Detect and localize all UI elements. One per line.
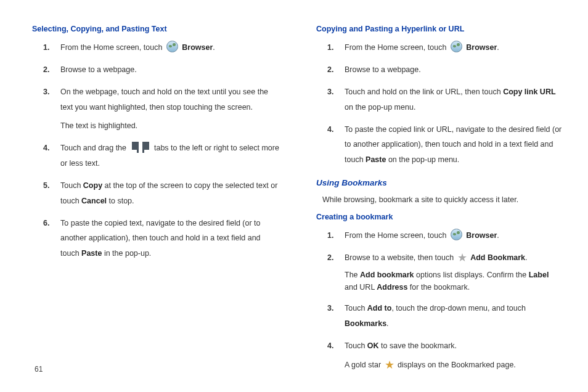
copy-link-label: Copy link URL bbox=[503, 88, 555, 96]
step-6: 6. To paste the copied text, navigate to… bbox=[43, 216, 279, 261]
browser-label: Browser bbox=[466, 231, 497, 240]
ok-label: OK bbox=[367, 341, 379, 350]
text: Browse to a webpage. bbox=[60, 65, 137, 74]
text: From the Home screen, touch bbox=[60, 43, 165, 52]
heading-create-bookmark: Creating a bookmark bbox=[316, 210, 563, 224]
steps-create-bookmark: 1. From the Home screen, touch Browser. … bbox=[327, 228, 563, 372]
step-1: 1. From the Home screen, touch Browser. bbox=[327, 40, 563, 55]
step-5: 5. Touch Copy at the top of the screen t… bbox=[43, 178, 279, 208]
step-2: 2. Browse to a webpage. bbox=[327, 62, 563, 77]
add-bookmark-label: Add Bookmark bbox=[470, 253, 525, 262]
step-4: 4. To paste the copied link or URL, navi… bbox=[327, 122, 563, 167]
steps-selecting: 1. From the Home screen, touch Browser. … bbox=[43, 40, 279, 261]
paste-label: Paste bbox=[81, 249, 102, 258]
selection-handles-icon bbox=[131, 141, 150, 155]
step-2: 2. Browse to a website, then touch ★ Add… bbox=[327, 250, 563, 293]
paste-label: Paste bbox=[365, 155, 386, 164]
cancel-label: Cancel bbox=[81, 197, 107, 205]
step-2-sub: The Add bookmark options list displays. … bbox=[345, 269, 563, 293]
globe-icon bbox=[166, 41, 178, 52]
browser-label: Browser bbox=[182, 43, 213, 52]
svg-rect-3 bbox=[142, 142, 144, 153]
svg-rect-1 bbox=[137, 142, 139, 153]
browser-label: Browser bbox=[466, 43, 497, 52]
bookmarks-label: Bookmarks bbox=[345, 319, 386, 328]
step-3: 3. Touch and hold on the link or URL, th… bbox=[327, 84, 563, 115]
step-4: 4. Touch and drag the tabs to the left o… bbox=[43, 141, 279, 171]
step-3: 3. On the webpage, touch and hold on the… bbox=[43, 84, 279, 133]
step-3: 3. Touch Add to, touch the drop-down men… bbox=[327, 301, 563, 331]
add-to-label: Add to bbox=[367, 304, 392, 312]
text: On the webpage, touch and hold on the te… bbox=[60, 88, 268, 111]
left-column: Selecting, Copying, and Pasting Text 1. … bbox=[32, 22, 279, 380]
step-2: 2. Browse to a webpage. bbox=[43, 62, 279, 77]
heading-bookmarks: Using Bookmarks bbox=[316, 176, 563, 190]
page-number: 61 bbox=[35, 365, 43, 374]
step-4: 4. Touch OK to save the bookmark. A gold… bbox=[327, 338, 563, 372]
step-1: 1. From the Home screen, touch Browser. bbox=[327, 228, 563, 243]
bookmarks-intro: While browsing, bookmark a site to quick… bbox=[322, 193, 563, 208]
step-3-sub: The text is highlighted. bbox=[60, 118, 279, 133]
step-1: 1. From the Home screen, touch Browser. bbox=[43, 40, 279, 55]
globe-icon bbox=[451, 229, 462, 240]
text-pre: Touch and drag the bbox=[60, 144, 129, 152]
globe-icon bbox=[451, 41, 462, 52]
step-4-sub: A gold star ★ displays on the Bookmarked… bbox=[345, 357, 563, 372]
steps-copy-url: 1. From the Home screen, touch Browser. … bbox=[327, 40, 563, 168]
heading-selecting: Selecting, Copying, and Pasting Text bbox=[32, 22, 279, 36]
copy-label: Copy bbox=[83, 181, 102, 190]
heading-copy-url: Copying and Pasting a Hyperlink or URL bbox=[316, 22, 563, 36]
right-column: Copying and Pasting a Hyperlink or URL 1… bbox=[316, 22, 563, 380]
